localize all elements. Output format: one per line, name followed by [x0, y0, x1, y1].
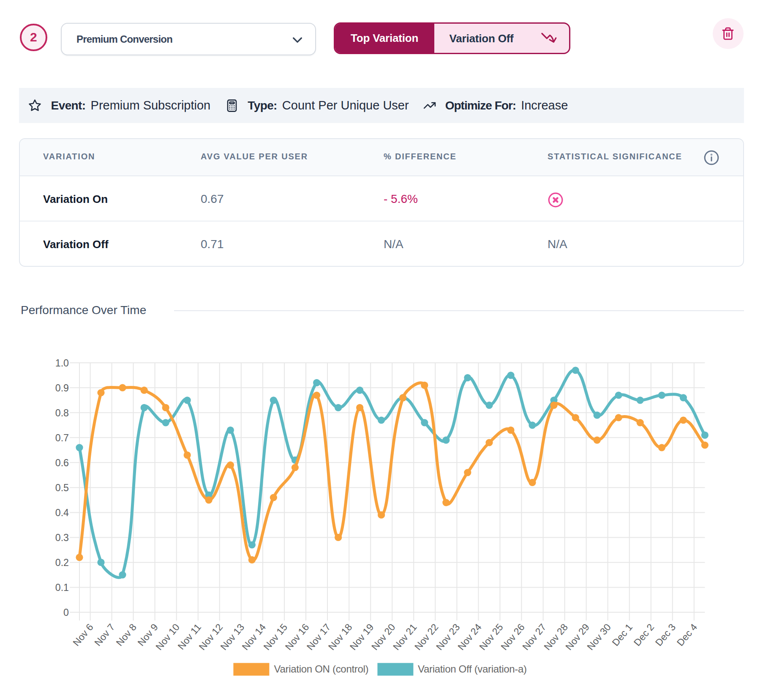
svg-text:Dec 2: Dec 2: [632, 622, 657, 648]
svg-text:Nov 29: Nov 29: [563, 622, 591, 653]
svg-text:Nov 30: Nov 30: [585, 622, 613, 653]
svg-text:Nov 21: Nov 21: [391, 622, 419, 653]
svg-text:Nov 7: Nov 7: [92, 622, 117, 648]
svg-text:Variation Off (variation-a): Variation Off (variation-a): [418, 663, 527, 675]
svg-text:Nov 24: Nov 24: [455, 621, 484, 652]
svg-text:Nov 8: Nov 8: [114, 622, 139, 648]
svg-text:0.6: 0.6: [55, 457, 69, 468]
svg-text:Dec 3: Dec 3: [653, 622, 678, 648]
svg-text:Nov 6: Nov 6: [71, 622, 95, 648]
svg-text:Nov 16: Nov 16: [283, 622, 311, 653]
svg-text:Nov 23: Nov 23: [434, 622, 462, 653]
svg-text:0.5: 0.5: [55, 482, 69, 493]
svg-text:0.1: 0.1: [55, 582, 69, 593]
svg-text:Dec 4: Dec 4: [675, 621, 700, 648]
svg-text:Nov 22: Nov 22: [412, 622, 441, 653]
svg-text:0.7: 0.7: [55, 432, 69, 443]
svg-text:1.0: 1.0: [55, 358, 69, 369]
svg-text:0.9: 0.9: [55, 383, 69, 394]
svg-text:0.4: 0.4: [55, 507, 69, 518]
svg-text:Nov 14: Nov 14: [240, 621, 268, 652]
svg-text:Nov 12: Nov 12: [196, 622, 225, 653]
svg-text:Nov 13: Nov 13: [218, 622, 246, 653]
svg-text:0.3: 0.3: [55, 532, 69, 543]
svg-text:Nov 28: Nov 28: [542, 622, 570, 653]
svg-text:0.8: 0.8: [55, 407, 69, 418]
svg-text:0.2: 0.2: [55, 557, 69, 568]
svg-text:Variation ON (control): Variation ON (control): [274, 663, 369, 675]
svg-text:Nov 20: Nov 20: [369, 622, 398, 653]
svg-text:Dec 1: Dec 1: [610, 622, 635, 648]
svg-text:0: 0: [63, 607, 69, 618]
svg-text:Nov 15: Nov 15: [261, 622, 289, 653]
svg-text:Nov 10: Nov 10: [153, 622, 182, 653]
